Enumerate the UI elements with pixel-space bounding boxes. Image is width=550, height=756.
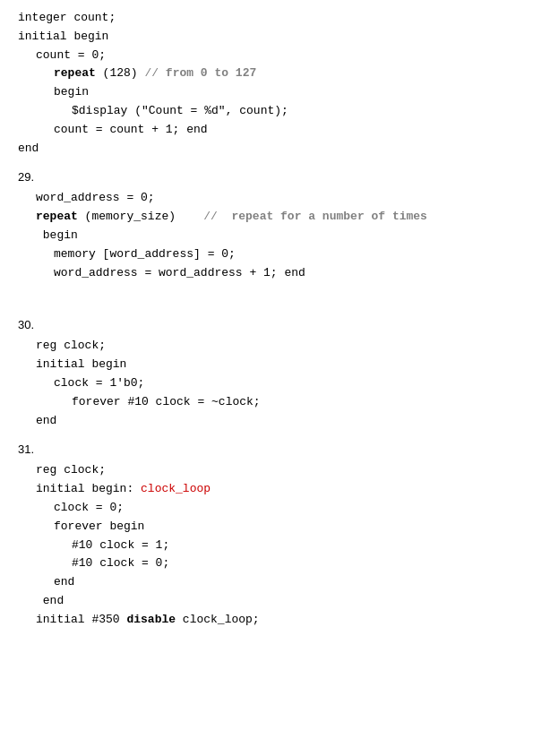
code-line: forever begin: [18, 518, 532, 537]
code-block-top: integer count; initial begin count = 0; …: [18, 9, 532, 158]
code-line: end: [18, 592, 532, 611]
section-number-30: 30.: [18, 318, 532, 331]
comment-emphasis: from 0 to 127: [166, 66, 256, 80]
code-line: word_address = 0;: [18, 189, 532, 208]
section-number-29: 29.: [18, 170, 532, 184]
code-line: begin: [18, 227, 532, 245]
code-text: $display ("Count = %d", count);: [72, 104, 288, 117]
comment-emphasis: repeat for a number of times: [225, 210, 427, 223]
code-text: forever begin: [54, 520, 144, 533]
code-line: memory [word_address] = 0;: [18, 245, 532, 264]
code-line: initial #350 disable clock_loop;: [18, 611, 532, 630]
code-text: end: [36, 594, 64, 607]
code-line: end: [18, 573, 532, 592]
comment-text: //: [203, 210, 224, 223]
code-text: reg clock;: [36, 339, 106, 352]
code-line: #10 clock = 0;: [18, 554, 532, 573]
code-line: integer count;: [18, 9, 532, 28]
keyword: repeat: [54, 66, 96, 80]
comment-text: //: [144, 66, 165, 80]
code-line: count = count + 1; end: [18, 121, 532, 140]
code-line: initial begin: clock_loop: [18, 480, 532, 499]
code-container: integer count; initial begin count = 0; …: [18, 9, 532, 630]
code-line: $display ("Count = %d", count);: [18, 102, 532, 121]
keyword: disable: [126, 613, 176, 626]
code-line: repeat (128) // from 0 to 127: [18, 64, 532, 83]
code-line: #10 clock = 1;: [18, 537, 532, 555]
code-text: end: [36, 414, 56, 427]
code-text: #10 clock = 1;: [72, 538, 169, 552]
code-line: clock = 1'b0;: [18, 374, 532, 393]
code-text: word_address = 0;: [36, 191, 155, 204]
code-line: end: [18, 412, 532, 431]
code-line: initial begin: [18, 28, 532, 47]
code-line: clock = 0;: [18, 499, 532, 518]
code-text: end: [54, 575, 74, 588]
code-text: clock_loop;: [176, 613, 260, 626]
code-line: count = 0;: [18, 47, 532, 65]
code-block-31: reg clock; initial begin: clock_loop clo…: [18, 461, 532, 629]
code-text: (memory_size): [78, 210, 203, 223]
code-line: end: [18, 140, 532, 159]
code-text: (128): [96, 66, 145, 80]
code-line: reg clock;: [18, 337, 532, 356]
code-text: word_address = word_address + 1; end: [54, 266, 305, 279]
code-text: clock = 0;: [54, 501, 124, 514]
code-text: forever #10 clock = ~clock;: [72, 395, 261, 408]
code-block-30: reg clock; initial begin clock = 1'b0; f…: [18, 337, 532, 430]
code-text: #10 clock = 0;: [72, 556, 169, 570]
label-text: clock_loop: [141, 482, 211, 495]
code-text: begin: [54, 85, 89, 99]
code-text: initial begin:: [36, 482, 141, 495]
code-text: initial begin: [18, 30, 108, 43]
code-text: initial begin: [36, 357, 126, 371]
code-text: integer count;: [18, 11, 116, 24]
code-block-29: word_address = 0; repeat (memory_size) /…: [18, 189, 532, 282]
code-text: count = 0;: [36, 48, 106, 62]
code-text: count = count + 1; end: [54, 123, 208, 136]
code-text: reg clock;: [36, 463, 106, 477]
code-line: reg clock;: [18, 461, 532, 480]
code-text: begin: [36, 228, 78, 242]
code-text: clock = 1'b0;: [54, 376, 144, 390]
section-number-31: 31.: [18, 442, 532, 456]
code-line: repeat (memory_size) // repeat for a num…: [18, 208, 532, 227]
code-line: initial begin: [18, 356, 532, 374]
code-text: end: [18, 142, 39, 155]
code-line: word_address = word_address + 1; end: [18, 264, 532, 283]
keyword: repeat: [36, 210, 78, 223]
code-line: begin: [18, 83, 532, 102]
code-line: forever #10 clock = ~clock;: [18, 393, 532, 412]
code-text: initial #350: [36, 613, 126, 626]
code-text: memory [word_address] = 0;: [54, 247, 236, 261]
